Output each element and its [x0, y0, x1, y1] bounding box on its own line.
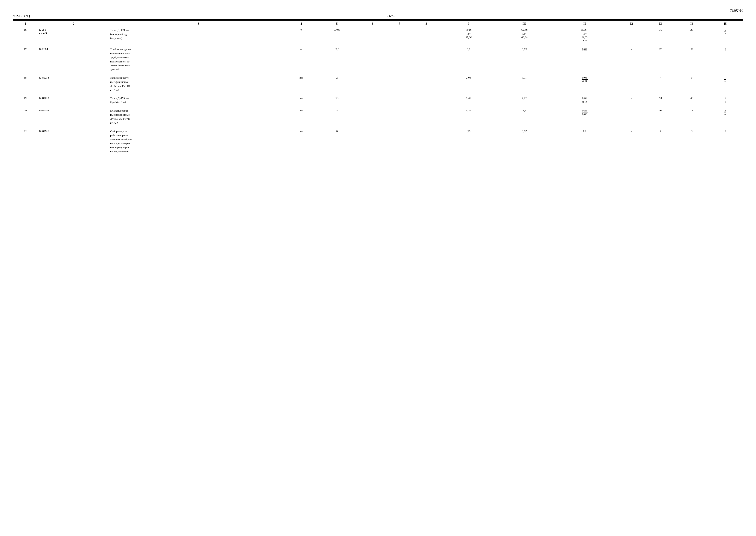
main-table: I 2 3 4 5 6 7 8 9 IO II I2 I3 I4 I5 I6I2…	[13, 20, 743, 154]
cell-6	[359, 108, 386, 126]
cell-code: I2-803-5	[38, 108, 109, 126]
cell-7	[386, 108, 413, 126]
cell-12: –	[618, 47, 645, 73]
cell-code: I2-2-8 т.ч.п.3	[38, 27, 109, 44]
cell-13: 94	[645, 95, 676, 105]
cell-code: I2-802-3	[38, 75, 109, 93]
cell-row-num: I7	[13, 47, 38, 73]
cell-description: Трубопроводы из полиэтиленовых труб Д=50…	[109, 47, 288, 73]
cell-10: 4,77	[498, 95, 551, 105]
table-row: I9I2-802-7То же,Д=I59 мм Ру= I6 кг/см2шт…	[13, 95, 743, 105]
cell-description: Клапаны обрат- ные поворотные Д= I50 мм …	[109, 108, 288, 126]
cell-11: 0,060,0I	[551, 75, 618, 93]
cell-description: Задвижки чугун- ные фланцевые Д= 50 мм Р…	[109, 75, 288, 93]
cell-row-num: 20	[13, 108, 38, 126]
cell-6	[359, 47, 386, 73]
cell-8	[413, 95, 440, 105]
col-header-7: 7	[386, 20, 413, 27]
cell-7	[386, 95, 413, 105]
cell-10: 4,3	[498, 108, 551, 126]
cell-row-num: I9	[13, 95, 38, 105]
cell-11: 0,560,09	[551, 108, 618, 126]
table-row: I7I2-II8-IТрубопроводы из полиэтиленовых…	[13, 47, 743, 73]
cell-6	[359, 128, 386, 154]
cell-8	[413, 27, 440, 44]
cell-unit: шт	[288, 108, 315, 126]
table-row: I6I2-2-8 т.ч.п.3То же,Д=I59 мм (напорный…	[13, 27, 743, 44]
cell-qty: IO	[315, 95, 359, 105]
cell-code: I2-II8-I	[38, 47, 109, 73]
cell-unit: шт	[288, 75, 315, 93]
cell-7	[386, 27, 413, 44]
col-header-11: II	[551, 20, 618, 27]
cell-description: Отборное уст- ройство с разде- лителем м…	[109, 128, 288, 154]
cell-qty: 6	[315, 128, 359, 154]
col-header-2: 2	[38, 20, 109, 27]
cell-row-num: I6	[13, 27, 38, 44]
cell-unit: т	[288, 27, 315, 44]
column-header-row: I 2 3 4 5 6 7 8 9 IO II I2 I3 I4 I5	[13, 20, 743, 27]
cell-15: 6I	[707, 95, 743, 105]
cell-11: I3,3x –I,I=I4,637,I2	[551, 27, 618, 44]
cell-9: 2,08	[440, 75, 498, 93]
cell-15: I–	[707, 128, 743, 154]
cell-8	[413, 47, 440, 73]
cell-row-num: 2I	[13, 128, 38, 154]
col-header-5: 5	[315, 20, 359, 27]
cell-12: –	[618, 75, 645, 93]
cell-10: 0,52	[498, 128, 551, 154]
cell-9: 9,42	[440, 95, 498, 105]
cell-qty: I5,0	[315, 47, 359, 73]
table-row: I8I2-802-3Задвижки чугун- ные фланцевые …	[13, 75, 743, 93]
cell-13: I2	[645, 47, 676, 73]
cell-10: 62,4xI,I=68,64	[498, 27, 551, 44]
cell-12: –	[618, 128, 645, 154]
cell-14: II	[676, 47, 707, 73]
cell-8	[413, 128, 440, 154]
cell-11: 0,02	[551, 47, 618, 73]
col-header-1: I	[13, 20, 38, 27]
divider-thick	[13, 19, 743, 20]
cell-7	[386, 128, 413, 154]
col-header-15: I5	[707, 20, 743, 27]
cell-9: 0,8	[440, 47, 498, 73]
cell-15: 2–	[707, 108, 743, 126]
cell-8	[413, 75, 440, 93]
cell-8	[413, 108, 440, 126]
cell-10: I,7I	[498, 75, 551, 93]
cell-12: –	[618, 95, 645, 105]
cell-unit: шт	[288, 95, 315, 105]
cell-14: 3	[676, 128, 707, 154]
cell-12: –	[618, 27, 645, 44]
cell-15: ––	[707, 75, 743, 93]
cell-9: 5,22	[440, 108, 498, 126]
col-header-10: IO	[498, 20, 551, 27]
col-header-6: 6	[359, 20, 386, 27]
cell-7	[386, 47, 413, 73]
cell-description: То же,Д=I59 мм (напорный тру- бопровод)	[109, 27, 288, 44]
cell-11: 0,620,I2	[551, 95, 618, 105]
cell-qty: 3	[315, 108, 359, 126]
col-header-13: I3	[645, 20, 676, 27]
cell-qty: 2	[315, 75, 359, 93]
col-header-9: 9	[440, 20, 498, 27]
cell-6	[359, 75, 386, 93]
cell-13: 7	[645, 128, 676, 154]
cell-unit: м	[288, 47, 315, 73]
col-header-8: 8	[413, 20, 440, 27]
cell-10: 0,75	[498, 47, 551, 73]
cell-6	[359, 95, 386, 105]
cell-6	[359, 27, 386, 44]
table-row: 20I2-803-5Клапаны обрат- ные поворотные …	[13, 108, 743, 126]
cell-13: I6	[645, 108, 676, 126]
cell-14: 28	[676, 27, 707, 44]
cell-12: –	[618, 108, 645, 126]
cell-row-num: I8	[13, 75, 38, 93]
cell-15: 63	[707, 27, 743, 44]
cell-unit: шт	[288, 128, 315, 154]
cell-9: 79,IxI,I=87,OI	[440, 27, 498, 44]
cell-7	[386, 75, 413, 93]
cell-13: 4	[645, 75, 676, 93]
cell-14: 48	[676, 95, 707, 105]
cell-code: I2-802-7	[38, 95, 109, 105]
